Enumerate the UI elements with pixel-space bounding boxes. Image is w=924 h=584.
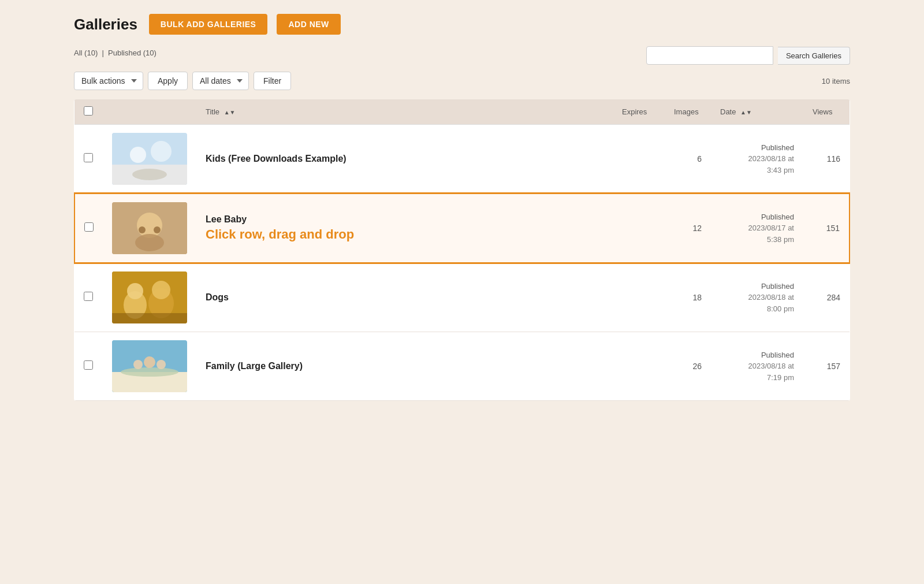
- th-views: Views: [803, 99, 850, 125]
- table-row[interactable]: Family (Large Gallery)26Published2023/08…: [74, 332, 850, 401]
- search-input[interactable]: [646, 46, 773, 65]
- gallery-views: 157: [803, 332, 850, 401]
- svg-point-3: [151, 141, 172, 162]
- th-date[interactable]: Date ▲▼: [711, 99, 803, 125]
- svg-point-8: [139, 226, 146, 233]
- gallery-images: 26: [665, 332, 711, 401]
- galleries-table: Title ▲▼ Expires Images Date ▲▼ Views K: [74, 99, 850, 401]
- drag-hint: Click row, drag and drop: [206, 227, 603, 242]
- date-sort-icon[interactable]: ▲▼: [740, 110, 752, 116]
- search-galleries-button[interactable]: Search Galleries: [778, 47, 850, 65]
- apply-button[interactable]: Apply: [148, 72, 188, 90]
- svg-point-2: [130, 147, 146, 163]
- items-count: 10 items: [822, 77, 850, 85]
- all-status-link[interactable]: All (10): [74, 49, 98, 57]
- page-title: Galleries: [74, 16, 137, 34]
- table-row[interactable]: Kids (Free Downloads Example)6Published2…: [74, 125, 850, 194]
- gallery-expires: [613, 194, 665, 263]
- gallery-thumbnail: [112, 133, 187, 185]
- svg-point-18: [121, 367, 178, 377]
- filter-button[interactable]: Filter: [254, 72, 291, 90]
- gallery-thumbnail: [112, 340, 187, 392]
- row-checkbox[interactable]: [84, 222, 94, 232]
- gallery-thumbnail: [112, 271, 187, 323]
- gallery-date: Published2023/08/18 at7:19 pm: [711, 332, 803, 401]
- select-all-checkbox[interactable]: [84, 106, 93, 116]
- th-title[interactable]: Title ▲▼: [196, 99, 613, 125]
- svg-point-9: [154, 226, 161, 233]
- gallery-expires: [613, 332, 665, 401]
- svg-point-13: [127, 283, 143, 299]
- table-header: Title ▲▼ Expires Images Date ▲▼ Views: [74, 99, 850, 125]
- row-checkbox[interactable]: [84, 292, 93, 301]
- title-sort-icon[interactable]: ▲▼: [224, 110, 236, 116]
- gallery-title: Kids (Free Downloads Example): [206, 154, 603, 164]
- gallery-title: Family (Large Gallery): [206, 361, 603, 371]
- gallery-views: 284: [803, 263, 850, 332]
- svg-point-19: [133, 360, 143, 369]
- add-new-button[interactable]: ADD NEW: [277, 14, 340, 35]
- svg-point-14: [152, 281, 170, 299]
- th-expires: Expires: [613, 99, 665, 125]
- gallery-thumbnail: [112, 202, 187, 254]
- gallery-title: Dogs: [206, 292, 603, 303]
- th-thumbnail: [103, 99, 196, 125]
- gallery-views: 151: [803, 194, 850, 263]
- gallery-expires: [613, 125, 665, 194]
- gallery-date: Published2023/08/17 at5:38 pm: [711, 194, 803, 263]
- row-checkbox[interactable]: [84, 153, 93, 162]
- gallery-date: Published2023/08/18 at3:43 pm: [711, 125, 803, 194]
- svg-point-4: [132, 169, 167, 180]
- gallery-images: 12: [665, 194, 711, 263]
- table-row[interactable]: Lee BabyClick row, drag and drop12Publis…: [74, 194, 850, 263]
- gallery-views: 116: [803, 125, 850, 194]
- bulk-actions-dropdown[interactable]: Bulk actions: [74, 72, 143, 90]
- row-checkbox[interactable]: [84, 360, 93, 370]
- svg-point-20: [144, 356, 155, 368]
- all-dates-dropdown[interactable]: All dates: [192, 72, 249, 90]
- gallery-expires: [613, 263, 665, 332]
- svg-point-21: [157, 360, 166, 369]
- published-status-link[interactable]: Published (10): [108, 49, 157, 57]
- svg-point-7: [135, 234, 164, 251]
- gallery-title: Lee Baby: [206, 214, 603, 225]
- th-select-all: [74, 99, 103, 125]
- svg-rect-15: [112, 313, 187, 323]
- th-images: Images: [665, 99, 711, 125]
- table-row[interactable]: Dogs18Published2023/08/18 at8:00 pm284: [74, 263, 850, 332]
- gallery-images: 18: [665, 263, 711, 332]
- gallery-images: 6: [665, 125, 711, 194]
- status-links: All (10) | Published (10): [74, 49, 157, 57]
- bulk-add-galleries-button[interactable]: BULK ADD GALLERIES: [149, 14, 268, 35]
- gallery-date: Published2023/08/18 at8:00 pm: [711, 263, 803, 332]
